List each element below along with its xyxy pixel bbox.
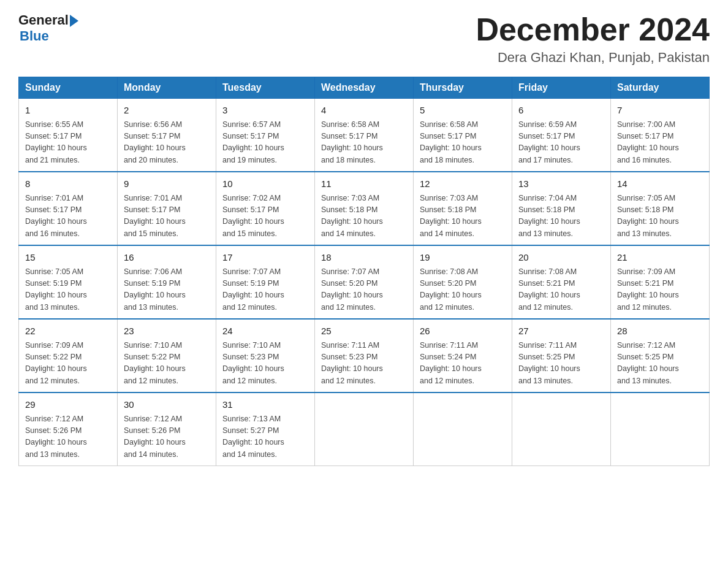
day-info: Sunrise: 7:12 AMSunset: 5:25 PMDaylight:… [617, 340, 703, 388]
day-info: Sunrise: 7:13 AMSunset: 5:27 PMDaylight:… [222, 413, 308, 461]
day-number: 26 [420, 324, 506, 339]
day-info: Sunrise: 7:04 AMSunset: 5:18 PMDaylight:… [518, 193, 604, 240]
day-info: Sunrise: 7:11 AMSunset: 5:23 PMDaylight:… [321, 340, 407, 388]
calendar-cell: 10Sunrise: 7:02 AMSunset: 5:17 PMDayligh… [216, 172, 315, 245]
day-number: 9 [124, 177, 210, 191]
calendar-cell: 18Sunrise: 7:07 AMSunset: 5:20 PMDayligh… [315, 245, 414, 319]
day-number: 8 [25, 177, 111, 191]
day-number: 14 [617, 177, 703, 191]
day-info: Sunrise: 6:59 AMSunset: 5:17 PMDaylight:… [518, 119, 604, 167]
day-number: 25 [321, 324, 407, 339]
day-info: Sunrise: 7:00 AMSunset: 5:17 PMDaylight:… [617, 119, 703, 167]
day-number: 13 [518, 177, 604, 191]
column-header-saturday: Saturday [611, 77, 710, 99]
day-info: Sunrise: 7:07 AMSunset: 5:20 PMDaylight:… [321, 266, 407, 314]
day-number: 18 [321, 251, 407, 265]
day-number: 4 [321, 104, 407, 118]
day-number: 5 [420, 104, 506, 118]
day-number: 22 [25, 324, 111, 339]
calendar-cell [414, 393, 512, 466]
calendar-cell: 21Sunrise: 7:09 AMSunset: 5:21 PMDayligh… [611, 245, 710, 319]
day-number: 12 [420, 177, 506, 191]
day-info: Sunrise: 7:09 AMSunset: 5:22 PMDaylight:… [25, 340, 111, 388]
logo-line2: Blue [20, 28, 78, 44]
calendar-cell: 13Sunrise: 7:04 AMSunset: 5:18 PMDayligh… [512, 172, 611, 245]
day-info: Sunrise: 7:08 AMSunset: 5:20 PMDaylight:… [420, 266, 506, 314]
calendar-cell: 19Sunrise: 7:08 AMSunset: 5:20 PMDayligh… [414, 245, 512, 319]
calendar-cell: 22Sunrise: 7:09 AMSunset: 5:22 PMDayligh… [19, 319, 118, 393]
day-number: 21 [617, 251, 703, 265]
column-header-friday: Friday [512, 77, 611, 99]
day-info: Sunrise: 7:08 AMSunset: 5:21 PMDaylight:… [518, 266, 604, 314]
day-info: Sunrise: 7:01 AMSunset: 5:17 PMDaylight:… [25, 193, 111, 240]
day-number: 17 [222, 251, 308, 265]
calendar-cell: 16Sunrise: 7:06 AMSunset: 5:19 PMDayligh… [118, 245, 216, 319]
calendar-cell: 14Sunrise: 7:05 AMSunset: 5:18 PMDayligh… [611, 172, 710, 245]
calendar-cell [611, 393, 710, 466]
column-header-wednesday: Wednesday [315, 77, 414, 99]
day-number: 24 [222, 324, 308, 339]
calendar-cell: 6Sunrise: 6:59 AMSunset: 5:17 PMDaylight… [512, 99, 611, 172]
calendar-cell: 1Sunrise: 6:55 AMSunset: 5:17 PMDaylight… [19, 99, 118, 172]
calendar-cell: 20Sunrise: 7:08 AMSunset: 5:21 PMDayligh… [512, 245, 611, 319]
calendar-cell: 25Sunrise: 7:11 AMSunset: 5:23 PMDayligh… [315, 319, 414, 393]
calendar-subtitle: Dera Ghazi Khan, Punjab, Pakistan [476, 50, 710, 66]
calendar-cell [315, 393, 414, 466]
calendar-cell: 24Sunrise: 7:10 AMSunset: 5:23 PMDayligh… [216, 319, 315, 393]
calendar-cell: 8Sunrise: 7:01 AMSunset: 5:17 PMDaylight… [19, 172, 118, 245]
day-info: Sunrise: 7:11 AMSunset: 5:25 PMDaylight:… [518, 340, 604, 388]
day-info: Sunrise: 6:57 AMSunset: 5:17 PMDaylight:… [222, 119, 308, 167]
calendar-week-row: 22Sunrise: 7:09 AMSunset: 5:22 PMDayligh… [19, 319, 710, 393]
day-number: 10 [222, 177, 308, 191]
day-info: Sunrise: 7:11 AMSunset: 5:24 PMDaylight:… [420, 340, 506, 388]
day-number: 28 [617, 324, 703, 339]
calendar-title: December 2024 [476, 12, 710, 47]
day-info: Sunrise: 6:56 AMSunset: 5:17 PMDaylight:… [124, 119, 210, 167]
day-number: 1 [25, 104, 111, 118]
calendar-cell: 31Sunrise: 7:13 AMSunset: 5:27 PMDayligh… [216, 393, 315, 466]
calendar-cell: 2Sunrise: 6:56 AMSunset: 5:17 PMDaylight… [118, 99, 216, 172]
logo-arrow-icon [70, 15, 78, 27]
day-number: 6 [518, 104, 604, 118]
calendar-cell: 15Sunrise: 7:05 AMSunset: 5:19 PMDayligh… [19, 245, 118, 319]
day-info: Sunrise: 7:03 AMSunset: 5:18 PMDaylight:… [321, 193, 407, 240]
day-info: Sunrise: 7:09 AMSunset: 5:21 PMDaylight:… [617, 266, 703, 314]
logo: General Blue [18, 12, 78, 44]
logo-general-text: General [18, 12, 69, 28]
day-info: Sunrise: 6:58 AMSunset: 5:17 PMDaylight:… [321, 119, 407, 167]
day-info: Sunrise: 7:03 AMSunset: 5:18 PMDaylight:… [420, 193, 506, 240]
day-number: 19 [420, 251, 506, 265]
day-number: 29 [25, 398, 111, 412]
calendar-cell: 26Sunrise: 7:11 AMSunset: 5:24 PMDayligh… [414, 319, 512, 393]
calendar-cell: 23Sunrise: 7:10 AMSunset: 5:22 PMDayligh… [118, 319, 216, 393]
day-info: Sunrise: 7:12 AMSunset: 5:26 PMDaylight:… [25, 413, 111, 461]
day-info: Sunrise: 7:05 AMSunset: 5:19 PMDaylight:… [25, 266, 111, 314]
calendar-week-row: 1Sunrise: 6:55 AMSunset: 5:17 PMDaylight… [19, 99, 710, 172]
calendar-table: SundayMondayTuesdayWednesdayThursdayFrid… [18, 77, 710, 466]
day-number: 3 [222, 104, 308, 118]
column-header-thursday: Thursday [414, 77, 512, 99]
day-number: 20 [518, 251, 604, 265]
day-info: Sunrise: 6:55 AMSunset: 5:17 PMDaylight:… [25, 119, 111, 167]
calendar-cell: 11Sunrise: 7:03 AMSunset: 5:18 PMDayligh… [315, 172, 414, 245]
day-number: 27 [518, 324, 604, 339]
calendar-cell: 7Sunrise: 7:00 AMSunset: 5:17 PMDaylight… [611, 99, 710, 172]
calendar-header-row: SundayMondayTuesdayWednesdayThursdayFrid… [19, 77, 710, 99]
day-number: 2 [124, 104, 210, 118]
calendar-cell: 9Sunrise: 7:01 AMSunset: 5:17 PMDaylight… [118, 172, 216, 245]
day-info: Sunrise: 6:58 AMSunset: 5:17 PMDaylight:… [420, 119, 506, 167]
day-info: Sunrise: 7:07 AMSunset: 5:19 PMDaylight:… [222, 266, 308, 314]
calendar-week-row: 29Sunrise: 7:12 AMSunset: 5:26 PMDayligh… [19, 393, 710, 466]
day-number: 7 [617, 104, 703, 118]
calendar-cell: 3Sunrise: 6:57 AMSunset: 5:17 PMDaylight… [216, 99, 315, 172]
calendar-cell: 28Sunrise: 7:12 AMSunset: 5:25 PMDayligh… [611, 319, 710, 393]
day-info: Sunrise: 7:05 AMSunset: 5:18 PMDaylight:… [617, 193, 703, 240]
day-number: 23 [124, 324, 210, 339]
day-info: Sunrise: 7:12 AMSunset: 5:26 PMDaylight:… [124, 413, 210, 461]
day-info: Sunrise: 7:10 AMSunset: 5:22 PMDaylight:… [124, 340, 210, 388]
calendar-cell: 12Sunrise: 7:03 AMSunset: 5:18 PMDayligh… [414, 172, 512, 245]
calendar-cell: 30Sunrise: 7:12 AMSunset: 5:26 PMDayligh… [118, 393, 216, 466]
day-number: 11 [321, 177, 407, 191]
logo-line1: General [18, 12, 78, 28]
day-info: Sunrise: 7:06 AMSunset: 5:19 PMDaylight:… [124, 266, 210, 314]
